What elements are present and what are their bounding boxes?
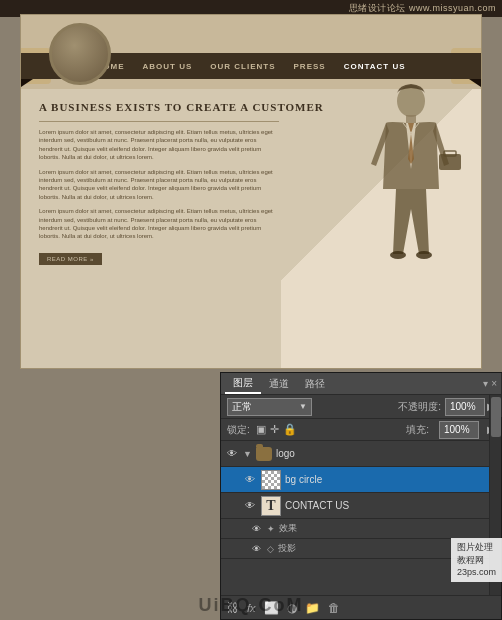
watermark-box: 图片处理教程网23ps.com — [451, 538, 502, 582]
body-paragraph-2: Lorem ipsum dolor sit amet, consectetur … — [39, 168, 279, 202]
nav-items: HOME ABOUT US OUR CLIENTS PRESS CONTACT … — [97, 62, 406, 71]
logo-circle — [49, 23, 111, 85]
lock-fill-row: 锁定: ▣ ✛ 🔒 填充: 100% ▶ — [221, 419, 501, 441]
layer-visibility-logo[interactable]: 👁 — [225, 447, 239, 461]
nav-about[interactable]: ABOUT US — [143, 62, 193, 71]
opacity-label: 不透明度: — [398, 400, 441, 414]
layer-contact-name: CONTACT US — [285, 500, 486, 511]
ps-layers-panel: ◀ 图层 通道 路径 ▾ × 正常 ▼ 不透明度: 100% ▶ 锁定: ▣ ✛… — [220, 372, 502, 620]
effect-icon: ✦ — [267, 524, 275, 534]
lock-all-icon[interactable]: 🔒 — [283, 423, 297, 436]
layer-thumb-contact: T — [261, 496, 281, 516]
layer-contact-us[interactable]: 👁 T CONTACT US fx — [221, 493, 501, 519]
tab-layers[interactable]: 图层 — [225, 374, 261, 394]
svg-point-5 — [416, 251, 432, 259]
uibq-watermark: UiBQ.CoM — [0, 595, 502, 616]
svg-point-4 — [390, 251, 406, 259]
ps-tabs-bar: 图层 通道 路径 ▾ × — [221, 373, 501, 395]
tab-paths[interactable]: 路径 — [297, 375, 333, 393]
svg-rect-3 — [444, 151, 456, 156]
lock-icons: ▣ ✛ 🔒 — [256, 423, 297, 436]
content-area: A BUSINESS EXISTS TO CREATE A CUSTOMER L… — [21, 89, 481, 368]
tab-channels[interactable]: 通道 — [261, 375, 297, 393]
body-paragraph-3: Lorem ipsum dolor sit amet, consectetur … — [39, 207, 279, 241]
nav-contact[interactable]: CONTACT US — [344, 62, 406, 71]
svg-rect-1 — [406, 115, 416, 123]
top-bar-text: 思绪设计论坛 www.missyuan.com — [349, 3, 496, 13]
layer-thumb-bg-circle — [261, 470, 281, 490]
fill-label: 填充: — [406, 423, 429, 437]
lock-move-icon[interactable]: ✛ — [270, 423, 279, 436]
watermark-text: 图片处理教程网23ps.com — [457, 541, 496, 579]
layer-visibility-contact[interactable]: 👁 — [243, 499, 257, 513]
panel-collapse[interactable]: ▾ × — [483, 378, 497, 389]
sublayer-effect[interactable]: 👁 ✦ 效果 — [221, 519, 501, 539]
body-paragraph-1: Lorem ipsum dolor sit amet, consectetur … — [39, 128, 279, 162]
man-illustration — [351, 79, 471, 319]
layer-visibility-bg-circle[interactable]: 👁 — [243, 473, 257, 487]
layer-bg-circle[interactable]: 👁 bg circle — [221, 467, 501, 493]
folder-icon — [256, 447, 272, 461]
lock-label: 锁定: — [227, 423, 250, 437]
nav-press[interactable]: PRESS — [294, 62, 326, 71]
layer-bg-circle-name: bg circle — [285, 474, 497, 485]
blend-mode-label: 正常 — [232, 400, 252, 414]
sublayer-effect-name: 效果 — [279, 522, 297, 535]
sublayer-visibility-shadow[interactable]: 👁 — [249, 542, 263, 556]
sublayer-shadow-name: 投影 — [278, 542, 296, 555]
read-more-button[interactable]: READ MORE » — [39, 253, 102, 265]
opacity-input[interactable]: 100% — [445, 398, 485, 416]
layer-logo[interactable]: 👁 ▼ logo — [221, 441, 501, 467]
scrollbar-thumb[interactable] — [491, 397, 501, 437]
layer-expand-logo[interactable]: ▼ — [243, 449, 252, 459]
lock-pixels-icon[interactable]: ▣ — [256, 423, 266, 436]
content-divider — [39, 121, 279, 122]
layer-logo-name: logo — [276, 448, 497, 459]
uibq-text: UiBQ.CoM — [199, 595, 304, 615]
blend-mode-dropdown[interactable]: 正常 ▼ — [227, 398, 312, 416]
fill-input[interactable]: 100% — [439, 421, 479, 439]
man-figure-container — [351, 79, 471, 319]
shadow-icon: ◇ — [267, 544, 274, 554]
website-preview: HOME ABOUT US OUR CLIENTS PRESS CONTACT … — [20, 14, 482, 369]
blend-opacity-row: 正常 ▼ 不透明度: 100% ▶ — [221, 395, 501, 419]
sublayer-visibility-effect[interactable]: 👁 — [249, 522, 263, 536]
dropdown-arrow-icon: ▼ — [299, 402, 307, 411]
nav-clients[interactable]: OUR CLIENTS — [210, 62, 275, 71]
